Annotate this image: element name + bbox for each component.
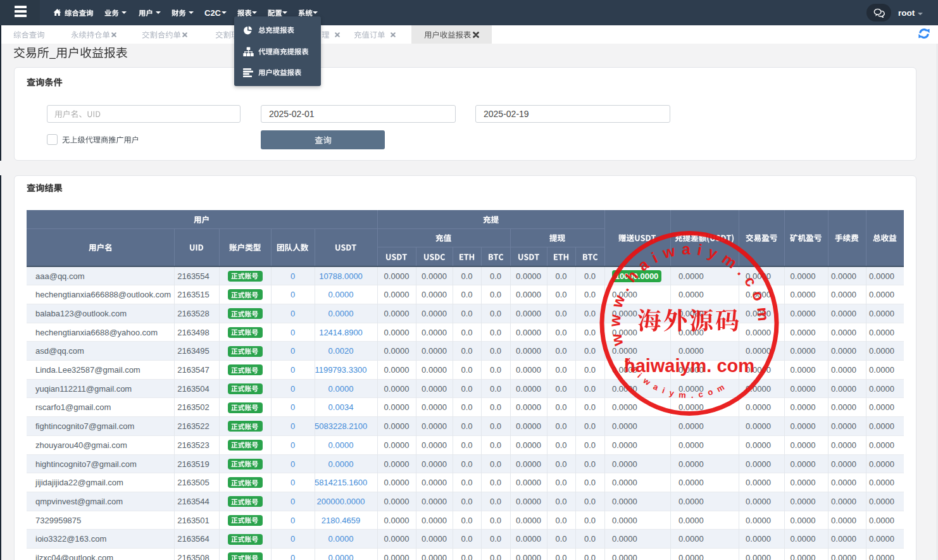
svg-text:haiwaiym. com: haiwaiym. com (624, 355, 754, 376)
